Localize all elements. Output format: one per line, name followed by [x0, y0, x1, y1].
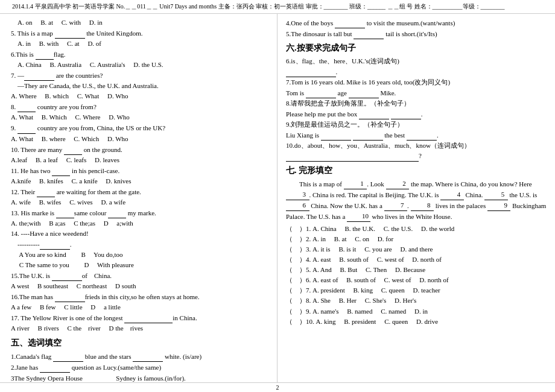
s7-choices: （ ）1. A. China B. the U.K. C. the U.S. D…	[286, 224, 547, 326]
line-6: 6.This is flag.	[11, 49, 268, 60]
blank-s5-2	[40, 362, 70, 373]
blank-17	[124, 312, 173, 323]
line-16: 16.The man has frieds in this city,so he…	[11, 291, 268, 302]
blank-s6-8a	[359, 109, 389, 119]
blank-r5	[354, 28, 384, 39]
s6-blank9: Liu Xiang is the best .	[286, 130, 547, 141]
section5: 五、选词填空 1.Canada's flag blue and the star…	[11, 337, 268, 382]
blank-9	[17, 122, 36, 133]
s7-c10: （ ）10. A. king B. president C. queen D. …	[286, 317, 547, 327]
blank-8	[17, 101, 36, 112]
section7-title: 七. 完形填空	[286, 164, 547, 177]
line-14-choices-cd: C The same to you D With pleasure	[11, 260, 268, 270]
sec5-line1: 1.Canada's flag blue and the stars white…	[11, 351, 268, 362]
s6-blank8: Please help me put the box .	[286, 109, 547, 119]
blank-s6-10	[286, 151, 419, 162]
s6-blank7: Tom is age Mike.	[286, 87, 547, 98]
blank-5r: 5	[484, 189, 508, 200]
blank-4: 4	[440, 189, 464, 200]
page-footer: 2	[0, 382, 555, 392]
line-12: 12. Their are waiting for them at the ga…	[11, 186, 268, 197]
left-column: A. on B. at C. with D. in 5. This is a m…	[0, 14, 278, 382]
blank-12	[37, 186, 55, 197]
blank-3: 3	[286, 189, 309, 200]
blank-s5-1b	[133, 351, 163, 362]
line-7q: 7. — are the countries?	[11, 70, 268, 81]
s6-item8: 8.请帮我把盒子放到角落里。（补全句子）	[286, 98, 547, 109]
s7-c7: （ ）7. A. president B. king C. queen D. t…	[286, 285, 547, 296]
r-line-5: 5.The dinosaur is tall but tail is short…	[286, 28, 547, 39]
blank-15	[52, 270, 82, 281]
blank-16	[55, 291, 85, 302]
s7-c1: （ ）1. A. China B. the U.K. C. the U.S. D…	[286, 224, 547, 234]
blank-s6-7b	[349, 87, 379, 98]
line-17-choices: A river B rivers C the river D the rives	[11, 323, 268, 334]
line-11: 11. He has two in his pencil-case.	[11, 165, 268, 176]
blank-s6-6	[286, 66, 336, 77]
section5-title: 五、选词填空	[11, 337, 268, 350]
line-15: 15.The U.K. is of China.	[11, 270, 268, 281]
s7-c9: （ ）9. A. name's B. named C. named D. in	[286, 306, 547, 317]
blank-8r: 8	[411, 200, 434, 211]
blank-s5-3	[84, 373, 115, 382]
header-text: 2014.1.4 平泉四高中学 初一英语导学案 No.＿＿011＿＿ Unit7…	[12, 2, 505, 11]
blank-r4	[335, 17, 365, 28]
s7-passage: This is a map of 1 . Look 2 the map. Whe…	[286, 179, 547, 222]
blank-13a	[56, 207, 74, 218]
right-column: 4.One of the boys to visit the museum.(w…	[278, 14, 555, 382]
line-15-choices: A west B southeast C northeast D south	[11, 281, 268, 291]
blank-7	[24, 70, 54, 81]
blank-10r: 10	[347, 211, 370, 222]
sec5-line3: 3The Sydney Opera House Sydney is famous…	[11, 373, 268, 382]
blank-s6-9b	[353, 130, 383, 141]
line-a-on: A. on B. at C. with D. in	[11, 17, 268, 28]
blank-10	[64, 144, 82, 155]
blank-s5-1a	[53, 351, 83, 362]
line-13: 13. His marke is same colour my marke.	[11, 207, 268, 218]
line-17: 17. The Yellow River is one of the longe…	[11, 312, 268, 323]
r-line-4: 4.One of the boys to visit the museum.(w…	[286, 17, 547, 28]
line-7a: —They are Canada, the U.S., the U.K. and…	[11, 81, 268, 91]
blank-s6-9c	[407, 130, 437, 141]
line-8-choices: A. What B. Which C. Where D. Who	[11, 112, 268, 122]
page-header: 2014.1.4 平泉四高中学 初一英语导学案 No.＿＿011＿＿ Unit7…	[0, 0, 555, 14]
blank-11	[52, 165, 70, 176]
line-6-choices: A. China B. Australia C. Australia's D. …	[11, 60, 268, 70]
line-9: 9. country are you from, China, the US o…	[11, 122, 268, 133]
section7: 七. 完形填空 This is a map of 1 . Look 2 the …	[286, 164, 547, 326]
line-9-choices: A. What B. where C. Which D. Who	[11, 134, 268, 144]
line-14: 14. ----Have a nice weedend!	[11, 229, 268, 239]
s6-blank10: ?	[286, 151, 547, 162]
s6-item9: 9.刘翔是最佳运动员之一。（补全句子）	[286, 119, 547, 130]
line-10: 10. There are many on the ground.	[11, 144, 268, 155]
page: 2014.1.4 平泉四高中学 初一英语导学案 No.＿＿011＿＿ Unit7…	[0, 0, 555, 392]
line-10-choices: A.leaf B. a leaf C. leafs D. leaves	[11, 155, 268, 165]
section6: 六.按要求完成句子 6.is、flag、the、here、U.K.'s(连词成句…	[286, 42, 547, 162]
s7-c5: （ ）5. A. And B. But C. Then D. Because	[286, 265, 547, 275]
blank-13b	[108, 207, 126, 218]
sec5-line2: 2.Jane has question as Lucy.(same/the sa…	[11, 362, 268, 373]
s7-c2: （ ）2. A. in B. at C. on D. for	[286, 234, 547, 244]
blank-2: 2	[386, 179, 410, 189]
blank-14	[40, 239, 70, 250]
blank-6r: 6	[286, 200, 309, 211]
line-5: 5. This is a map the United Kingdom.	[11, 28, 268, 39]
s6-item7: 7.Tom is 16 years old. Mike is 16 years …	[286, 77, 547, 87]
line-5-choices: A. in B. with C. at D. of	[11, 39, 268, 49]
blank-5	[55, 28, 85, 39]
blank-6	[36, 49, 54, 60]
s7-c8: （ ）8. A. She B. Her C. She's D. Her's	[286, 296, 547, 306]
line-12-choices: A. wife B. wifes C. wives D. a wife	[11, 197, 268, 207]
line-11-choices: A.knife B. knifes C. a knife D. knives	[11, 176, 268, 186]
line-7-choices: A. Where B. which C. What D. Who	[11, 91, 268, 101]
blank-s6-7a	[306, 87, 336, 98]
section6-title: 六.按要求完成句子	[286, 42, 547, 55]
line-14-choices-ab: A You are so kind B You do,too	[11, 250, 268, 260]
line-8: 8. country are you from?	[11, 101, 268, 112]
s6-item6: 6.is、flag、the、here、U.K.'s(连词成句)	[286, 56, 547, 66]
s6-item10: 10.do、about、how、you、Australia、much、know（…	[286, 141, 547, 151]
page-number: 2	[276, 384, 279, 391]
s6-blank6: .	[286, 66, 547, 77]
main-content: A. on B. at C. with D. in 5. This is a m…	[0, 14, 555, 382]
blank-s6-8b	[391, 109, 421, 119]
